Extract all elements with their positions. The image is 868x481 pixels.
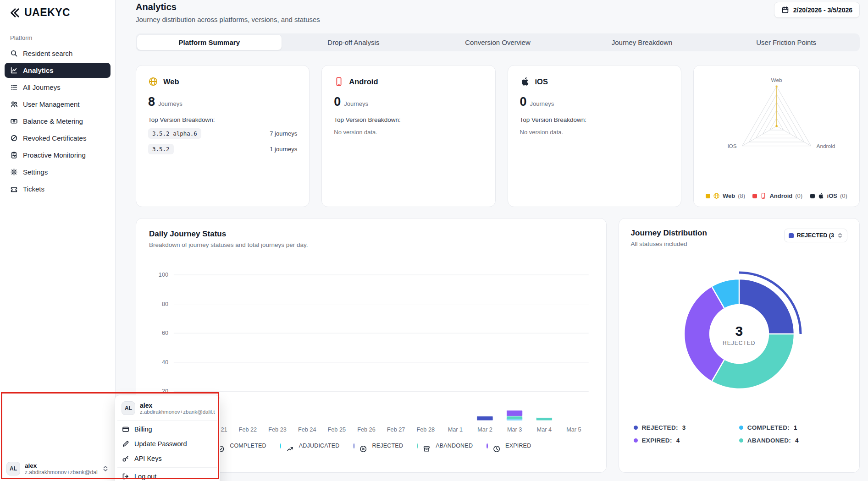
user-name: alex <box>25 462 98 469</box>
sidebar-item-user-management[interactable]: User Management <box>5 97 111 112</box>
version-row: 3.5.2-alpha.6 7 journeys <box>148 128 297 139</box>
svg-text:iOS: iOS <box>728 143 737 149</box>
svg-text:Mar 4: Mar 4 <box>537 426 552 433</box>
version-breakdown-label: Top Version Breakdown: <box>334 116 483 123</box>
tab-platform-summary[interactable]: Platform Summary <box>137 35 282 50</box>
legend-color-dot <box>810 194 815 198</box>
globe-icon <box>148 77 158 87</box>
user-menu-header: AL alex z.abdirakhmonov+zbank@dalil.t <box>117 398 217 419</box>
tab-conversion-overview[interactable]: Conversion Overview <box>426 35 570 50</box>
card-title: Daily Journey Status <box>149 230 593 239</box>
stat-completed: COMPLETED: 1 <box>739 424 845 431</box>
stat-color-dot <box>634 426 638 430</box>
pen-icon <box>122 440 129 448</box>
user-name: alex <box>140 402 215 409</box>
version-row: 3.5.2 1 journeys <box>148 144 297 154</box>
legend-count: (0) <box>795 192 802 199</box>
stat-abandoned: ABANDONED: 4 <box>739 437 845 444</box>
smartphone-icon <box>760 192 767 199</box>
svg-text:Mar 2: Mar 2 <box>477 426 492 433</box>
divider <box>117 420 217 421</box>
archive-icon <box>421 445 432 453</box>
legend-color-dot <box>706 194 710 198</box>
sidebar-item-label: Tickets <box>23 185 44 193</box>
chevrons-up-down-icon <box>837 233 843 238</box>
sidebar-item-all-journeys[interactable]: All Journeys <box>5 80 111 95</box>
daily-legend-item: ABANDONED <box>417 439 473 453</box>
trending-up-icon <box>284 445 296 453</box>
stat-value: 3 <box>682 424 686 431</box>
journey-distribution-card: Journey Distribution All statuses includ… <box>619 218 860 473</box>
platform-name: Android <box>349 77 378 86</box>
date-range-button[interactable]: 2/20/2026 - 3/5/2026 <box>774 2 860 18</box>
daily-legend-item: EXPIRED <box>487 439 531 453</box>
legend-label: REJECTED <box>372 443 404 449</box>
distribution-stats: REJECTED: 3 COMPLETED: 1 EXPIRED: 4 <box>631 424 847 444</box>
platform-name: Web <box>163 77 179 86</box>
balance-icon <box>10 117 18 125</box>
analytics-tabs: Platform Summary Drop-off Analysis Conve… <box>136 33 860 51</box>
credit-card-icon <box>122 426 129 433</box>
sidebar-item-label: Resident search <box>23 49 72 57</box>
stat-label: REJECTED: <box>642 424 678 431</box>
no-version-data-text: No version data. <box>334 129 483 136</box>
journey-distribution-donut-chart <box>663 258 815 410</box>
selected-status-label: REJECTED (3 <box>797 232 834 239</box>
ticket-icon <box>10 185 18 193</box>
sidebar-item-settings[interactable]: Settings <box>5 164 111 180</box>
svg-text:Feb 28: Feb 28 <box>416 426 435 433</box>
sidebar-item-analytics[interactable]: Analytics <box>5 63 111 78</box>
key-icon <box>122 455 129 462</box>
journey-count: 0 <box>334 95 341 109</box>
daily-legend-item: REJECTED <box>354 439 404 453</box>
svg-text:Mar 3: Mar 3 <box>507 426 522 433</box>
logout-icon <box>122 473 129 480</box>
sidebar-item-proactive-monitoring[interactable]: Proactive Monitoring <box>5 148 111 163</box>
smartphone-icon <box>334 77 344 87</box>
clock-icon <box>491 445 502 453</box>
sidebar-item-balance-metering[interactable]: Balance & Metering <box>5 114 111 129</box>
globe-icon <box>713 192 720 199</box>
x-circle-icon <box>358 445 369 453</box>
legend-label: COMPLETED <box>230 443 266 449</box>
legend-color-dot <box>417 443 418 448</box>
stat-expired: EXPIRED: 4 <box>634 437 739 444</box>
radar-legend-android: Android (0) <box>752 192 802 199</box>
svg-text:40: 40 <box>162 359 168 366</box>
stat-color-dot <box>739 438 743 443</box>
menu-item-label: Update Password <box>134 440 187 448</box>
status-filter-select[interactable]: REJECTED (3 <box>784 229 847 242</box>
user-email: z.abdirakhmonov+zbank@dal <box>25 469 98 476</box>
user-chip[interactable]: AL alex z.abdirakhmonov+zbank@dal <box>0 457 115 481</box>
svg-text:Feb 25: Feb 25 <box>328 426 346 433</box>
distribution-header: Journey Distribution All statuses includ… <box>631 229 847 247</box>
sidebar-item-revoked-certificates[interactable]: Revoked Certificates <box>5 131 111 146</box>
apple-icon <box>520 77 530 87</box>
menu-item-label: Log out <box>134 473 156 480</box>
platform-cards-row: Web 8 Journeys Top Version Breakdown: 3.… <box>136 65 860 207</box>
svg-text:Android: Android <box>816 143 835 149</box>
tab-journey-breakdown[interactable]: Journey Breakdown <box>570 35 714 50</box>
svg-text:Feb 27: Feb 27 <box>387 426 405 433</box>
donut-chart-wrap: 3 REJECTED <box>663 258 815 411</box>
menu-item-log-out[interactable]: Log out <box>117 469 217 481</box>
page-header: Analytics Journey distribution across pl… <box>136 2 860 23</box>
user-email: z.abdirakhmonov+zbank@dalil.t <box>140 409 215 415</box>
svg-text:Feb 23: Feb 23 <box>268 426 287 433</box>
tab-drop-off-analysis[interactable]: Drop-off Analysis <box>282 35 426 50</box>
chevrons-up-down-icon <box>102 465 109 472</box>
platform-radar-chart: WebAndroidiOS <box>702 72 851 180</box>
legend-count: (0) <box>840 192 847 199</box>
menu-item-update-password[interactable]: Update Password <box>117 437 217 451</box>
legend-label: EXPIRED <box>505 443 531 449</box>
platform-card-header: Web <box>148 77 297 87</box>
svg-text:Mar 1: Mar 1 <box>448 426 463 433</box>
legend-label: Web <box>723 192 735 199</box>
sidebar-item-tickets[interactable]: Tickets <box>5 181 111 197</box>
radar-legend-web: Web (8) <box>706 192 745 199</box>
svg-text:Mar 5: Mar 5 <box>566 426 581 433</box>
menu-item-api-keys[interactable]: API Keys <box>117 451 217 466</box>
sidebar-item-resident-search[interactable]: Resident search <box>5 46 111 61</box>
menu-item-billing[interactable]: Billing <box>117 422 217 437</box>
tab-user-friction-points[interactable]: User Friction Points <box>714 35 858 50</box>
